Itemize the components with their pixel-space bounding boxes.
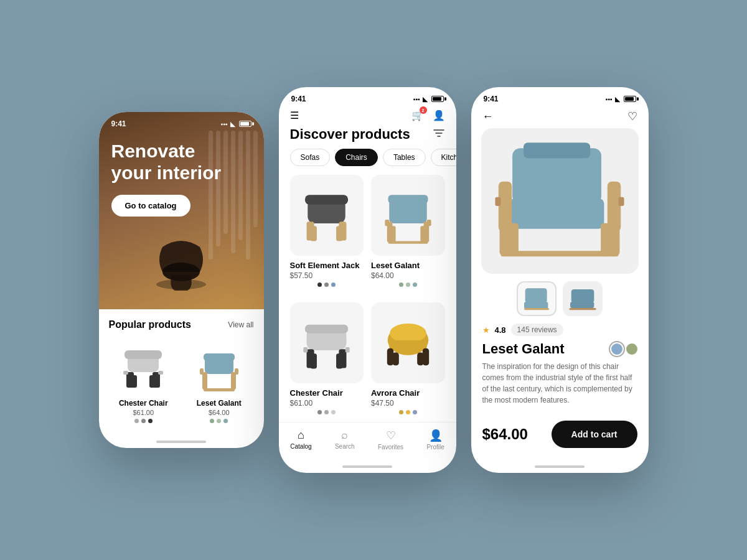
leset-galant-price: $64.00 [184, 409, 254, 416]
review-count: 145 reviews [511, 324, 563, 336]
signal-icon: ▪▪▪ [221, 121, 228, 128]
wifi-icon-2: ◣ [423, 96, 428, 103]
nav-favorites-label: Favorites [378, 444, 403, 450]
phone-1-home: 9:41 ▪▪▪ ◣ Renovat [99, 112, 264, 448]
svg-rect-49 [417, 352, 423, 365]
category-kitchen[interactable]: Kitchen [431, 149, 456, 166]
svg-rect-66 [570, 302, 594, 308]
svg-rect-6 [131, 375, 137, 388]
chester-chair-name: Chester Chair [109, 399, 179, 408]
popular-product-leset[interactable]: Leset Galant $64.00 [184, 339, 254, 423]
popular-product-chester[interactable]: Chester Chair $61.00 [109, 339, 179, 423]
color-olive[interactable] [626, 343, 637, 355]
svg-rect-33 [385, 220, 389, 226]
svg-rect-61 [619, 197, 624, 206]
product-chester-chair[interactable]: Chester Chair $61.00 [290, 302, 364, 422]
wishlist-button[interactable]: ♡ [627, 110, 637, 123]
chester-color-options [109, 419, 179, 423]
leset-colors-2 [371, 282, 445, 287]
svg-rect-16 [235, 368, 238, 375]
svg-rect-3 [125, 350, 162, 359]
svg-rect-39 [311, 353, 317, 368]
svg-rect-24 [311, 226, 317, 241]
category-sofas[interactable]: Sofas [290, 149, 331, 166]
popular-section: Popular products View all [99, 309, 264, 436]
hamburger-menu[interactable]: ☰ [290, 110, 299, 121]
status-bar-3: 9:41 ▪▪▪ ◣ [471, 87, 649, 106]
leset-galant-price-2: $64.00 [371, 271, 445, 280]
svg-rect-48 [392, 352, 398, 365]
svg-rect-56 [609, 225, 620, 256]
leset-galant-name-2: Leset Galant [371, 261, 445, 270]
time-2: 9:41 [291, 95, 306, 103]
nav-search[interactable]: ⌕ Search [335, 429, 355, 450]
chester-colors-2 [290, 410, 364, 414]
svg-rect-25 [336, 226, 342, 241]
view-all-link[interactable]: View all [228, 320, 253, 329]
svg-rect-14 [204, 388, 235, 391]
svg-rect-31 [420, 226, 426, 242]
battery-icon-3 [624, 96, 636, 102]
top-nav-2: ☰ 🛒 2 👤 [279, 106, 456, 126]
svg-rect-34 [426, 220, 431, 226]
add-to-cart-button[interactable]: Add to cart [552, 421, 637, 448]
avrora-chair-name: Avrora Chair [371, 388, 445, 398]
color-blue[interactable] [611, 343, 622, 355]
category-tables[interactable]: Tables [383, 149, 426, 166]
soft-element-jack-price: $57.50 [290, 271, 364, 280]
svg-rect-54 [608, 182, 621, 231]
svg-rect-67 [569, 308, 596, 310]
category-chairs[interactable]: Chairs [335, 149, 378, 166]
product-color-options [611, 343, 637, 355]
nav-search-label: Search [335, 443, 355, 450]
thumb-1[interactable] [517, 281, 557, 316]
svg-rect-12 [202, 372, 207, 390]
svg-rect-55 [500, 225, 511, 256]
soft-element-jack-name: Soft Element Jack [290, 261, 364, 270]
product-leset-galant[interactable]: Leset Galant $64.00 [371, 175, 445, 295]
bottom-nav: ⌂ Catalog ⌕ Search ♡ Favorites 👤 Profile [279, 422, 456, 460]
battery-icon-2 [431, 96, 444, 102]
svg-rect-58 [510, 223, 519, 256]
filter-button[interactable] [433, 128, 445, 141]
profile-icon[interactable]: 👤 [433, 110, 445, 121]
product-avrora-chair[interactable]: Avrora Chair $47.50 [371, 302, 445, 422]
svg-rect-60 [495, 197, 500, 206]
svg-rect-11 [204, 353, 235, 361]
thumb-2[interactable] [563, 281, 603, 316]
wifi-icon-3: ◣ [615, 96, 620, 103]
svg-rect-13 [231, 372, 236, 390]
svg-rect-30 [390, 226, 396, 242]
svg-rect-42 [345, 347, 350, 352]
svg-rect-53 [499, 182, 512, 231]
nav-catalog[interactable]: ⌂ Catalog [290, 429, 311, 450]
svg-rect-62 [525, 289, 547, 303]
status-icons-1: ▪▪▪ ◣ [221, 121, 251, 128]
leset-galant-image-2 [371, 175, 445, 256]
chester-chair-price: $61.00 [109, 409, 179, 416]
product-soft-element-jack[interactable]: Soft Element Jack $57.50 [290, 175, 364, 295]
back-button[interactable]: ← [482, 110, 494, 123]
svg-rect-15 [200, 368, 204, 375]
nav-profile-label: Profile [426, 444, 444, 450]
svg-rect-64 [524, 308, 549, 310]
product-description: The inspiration for the design of this c… [471, 361, 649, 413]
category-pills: Sofas Chairs Tables Kitchen [279, 149, 456, 175]
heart-icon: ♡ [386, 429, 396, 442]
nav-icons: 🛒 2 👤 [411, 110, 445, 121]
nav-profile[interactable]: 👤 Profile [426, 429, 444, 450]
chester-chair-price-2: $61.00 [290, 399, 364, 408]
home-indicator-3 [471, 460, 649, 473]
nav-catalog-label: Catalog [290, 443, 311, 450]
page-title: Discover products [290, 126, 410, 142]
nav-favorites[interactable]: ♡ Favorites [378, 429, 403, 450]
star-icon: ★ [482, 325, 490, 335]
battery-icon [239, 121, 251, 127]
chester-chair-image [109, 339, 179, 395]
popular-header: Popular products View all [109, 319, 254, 330]
svg-rect-52 [524, 142, 590, 158]
buy-row: $64.00 Add to cart [471, 413, 649, 460]
cart-icon-wrap[interactable]: 🛒 2 [411, 110, 424, 121]
soft-jack-colors [290, 282, 364, 287]
go-to-catalog-button[interactable]: Go to catalog [111, 195, 190, 217]
